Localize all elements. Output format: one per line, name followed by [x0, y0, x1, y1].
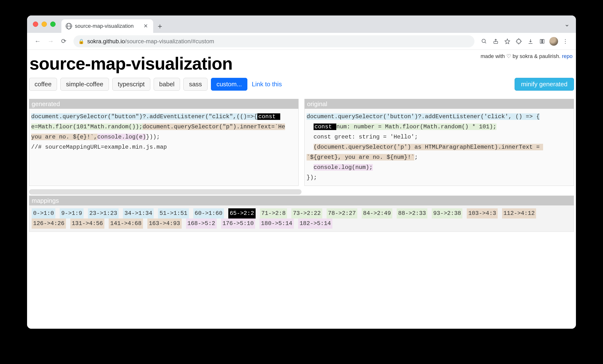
- original-header: original: [305, 99, 574, 109]
- tab-babel[interactable]: babel: [154, 78, 180, 91]
- mapping-item[interactable]: 84->2:49: [362, 208, 392, 219]
- minimize-window-button[interactable]: [42, 22, 47, 27]
- tab-custom[interactable]: custom...: [211, 78, 247, 91]
- mappings-pane: mappings 0->1:09->1:923->1:2334->1:3451-…: [29, 196, 574, 232]
- address-bar[interactable]: 🔒 sokra.github.io/source-map-visualizati…: [73, 35, 475, 47]
- bookmark-icon[interactable]: [502, 36, 513, 47]
- globe-icon: [66, 23, 72, 29]
- mapping-item[interactable]: 163->4:93: [147, 219, 182, 229]
- toolbar-actions: ⋮: [479, 36, 571, 47]
- tab-typescript[interactable]: typescript: [112, 78, 150, 91]
- mappings-header: mappings: [29, 196, 574, 205]
- tab-simple-coffee[interactable]: simple-coffee: [60, 78, 109, 91]
- original-code[interactable]: document.querySelector('button')?.addEve…: [305, 109, 574, 186]
- browser-tab[interactable]: source-map-visualization ✕: [61, 19, 153, 33]
- mapping-item[interactable]: 23->1:23: [88, 208, 119, 219]
- browser-window: source-map-visualization ✕ ＋ ⌄ ← → ⟳ 🔒 s…: [27, 15, 576, 329]
- link-to-this[interactable]: Link to this: [252, 81, 282, 88]
- back-button[interactable]: ←: [32, 36, 43, 47]
- search-icon[interactable]: [479, 36, 489, 47]
- original-pane: original document.querySelector('button'…: [304, 99, 574, 186]
- tabs-menu-button[interactable]: ⌄: [564, 21, 570, 28]
- generated-code[interactable]: document.querySelector("button")?.addEve…: [29, 109, 298, 155]
- mapping-item[interactable]: 131->4:56: [70, 219, 104, 229]
- reading-list-icon[interactable]: [537, 36, 547, 47]
- svg-rect-4: [541, 39, 543, 43]
- new-tab-button[interactable]: ＋: [153, 19, 167, 33]
- url-text: sokra.github.io/source-map-visualization…: [87, 38, 214, 45]
- tab-coffee[interactable]: coffee: [29, 78, 57, 91]
- profile-avatar[interactable]: [548, 36, 559, 47]
- mapping-item[interactable]: 51->1:51: [158, 208, 189, 219]
- mapping-item[interactable]: 88->2:33: [397, 208, 427, 219]
- mapping-item[interactable]: 141->4:68: [109, 219, 143, 229]
- menu-button[interactable]: ⋮: [560, 36, 571, 47]
- example-tabs: coffee simple-coffee typescript babel sa…: [29, 78, 574, 91]
- mapping-item[interactable]: 93->2:38: [432, 208, 462, 219]
- close-window-button[interactable]: [33, 22, 38, 27]
- mapping-item[interactable]: 180->5:14: [259, 219, 294, 229]
- mapping-item[interactable]: 73->2:22: [291, 208, 322, 219]
- maximize-window-button[interactable]: [50, 22, 56, 27]
- lock-icon: 🔒: [78, 38, 84, 44]
- mapping-item[interactable]: 34->1:34: [123, 208, 154, 219]
- tab-title: source-map-visualization: [75, 23, 134, 29]
- window-controls: [33, 22, 56, 27]
- mapping-item[interactable]: 126->4:26: [32, 219, 66, 229]
- mappings-list[interactable]: 0->1:09->1:923->1:2334->1:3451->1:5160->…: [29, 205, 574, 232]
- repo-link[interactable]: repo: [562, 53, 573, 59]
- credits: made with ♡ by sokra & paulirish. repo: [481, 53, 573, 59]
- minify-generated-button[interactable]: minify generated: [515, 78, 574, 91]
- svg-line-1: [485, 42, 486, 43]
- tab-close-button[interactable]: ✕: [142, 23, 149, 29]
- mapping-item[interactable]: 9->1:9: [60, 208, 83, 219]
- horizontal-scrollbar[interactable]: [29, 189, 302, 195]
- browser-toolbar: ← → ⟳ 🔒 sokra.github.io/source-map-visua…: [27, 33, 576, 50]
- mapping-item[interactable]: 65->2:2: [228, 208, 255, 219]
- mapping-item[interactable]: 60->1:60: [193, 208, 224, 219]
- generated-header: generated: [29, 99, 298, 109]
- mapping-item[interactable]: 78->2:27: [327, 208, 357, 219]
- mapping-item[interactable]: 0->1:0: [32, 208, 55, 219]
- share-icon[interactable]: [490, 36, 501, 47]
- reload-button[interactable]: ⟳: [58, 36, 69, 47]
- mapping-item[interactable]: 112->4:12: [502, 208, 536, 219]
- extensions-icon[interactable]: [514, 36, 524, 47]
- svg-point-0: [482, 39, 485, 43]
- tab-strip: source-map-visualization ✕ ＋ ⌄: [27, 15, 576, 33]
- page-content: made with ♡ by sokra & paulirish. repo s…: [27, 50, 576, 329]
- mapping-item[interactable]: 168->5:2: [186, 219, 217, 229]
- mapping-item[interactable]: 71->2:8: [260, 208, 287, 219]
- generated-pane: generated document.querySelector("button…: [29, 99, 299, 186]
- mapping-item[interactable]: 176->5:10: [221, 219, 255, 229]
- tab-sass[interactable]: sass: [183, 78, 207, 91]
- forward-button[interactable]: →: [46, 36, 56, 47]
- mapping-item[interactable]: 182->5:14: [298, 219, 332, 229]
- downloads-icon[interactable]: [525, 36, 536, 47]
- mapping-item[interactable]: 103->4:3: [467, 208, 498, 219]
